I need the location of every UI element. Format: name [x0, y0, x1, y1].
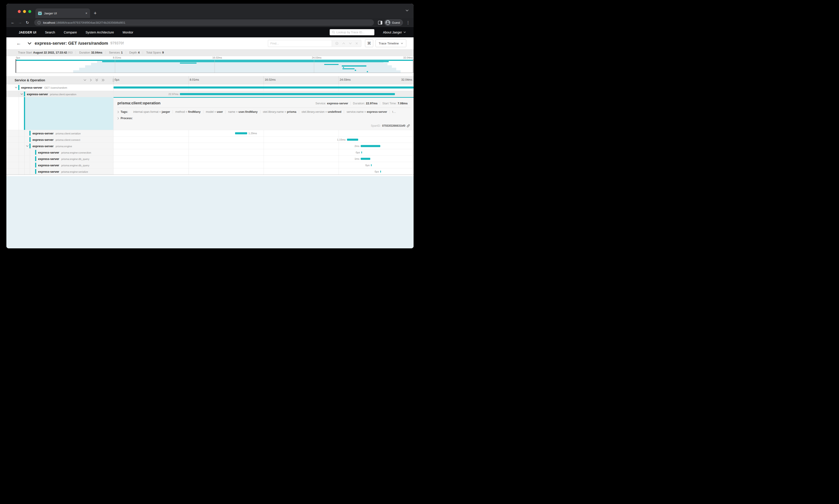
next-result-icon[interactable] [349, 42, 352, 44]
process-row[interactable]: Process: [118, 116, 414, 120]
profile-button[interactable]: Guest [384, 19, 403, 26]
tags-row[interactable]: Tags: internal.span.format = jaegermetho… [118, 110, 414, 113]
column-resizer[interactable] [112, 78, 115, 82]
span-duration-bar[interactable] [361, 158, 370, 160]
minimap-right-scrubber[interactable] [413, 59, 413, 73]
timeline-gridline [189, 143, 189, 149]
browser-tab[interactable]: Jaeger UI × [35, 8, 90, 18]
span-row[interactable]: express-serverprisma:client:operation22.… [6, 91, 414, 97]
expand-one-icon[interactable] [90, 78, 92, 82]
new-tab-button[interactable]: + [94, 10, 97, 16]
tag-item[interactable]: method = findMany [173, 110, 203, 113]
trace-summary-item: Services1 [106, 51, 126, 54]
tag-item[interactable]: internal.span.format = jaeger [130, 110, 173, 113]
minimap-canvas[interactable] [16, 59, 413, 73]
span-row[interactable]: express-serverprisma:engine:serialize0μs [6, 168, 414, 175]
indent-guide [19, 130, 19, 136]
span-duration-bar[interactable] [371, 164, 372, 166]
span-row-name-cell[interactable]: express-serverprisma:engine:db_query [6, 156, 113, 162]
span-bar-cell[interactable]: 0μs [113, 162, 414, 168]
span-duration-bar[interactable] [361, 151, 362, 154]
focus-span-icon[interactable] [335, 42, 338, 45]
browser-window: Jaeger UI × + ← → ↻ localhost:16686/trac… [6, 4, 414, 248]
trace-collapse-chevron-icon[interactable] [28, 42, 32, 44]
deep-link-icon[interactable] [407, 124, 410, 127]
span-row-name-cell[interactable]: express-serverprisma:engine:serialize [6, 168, 113, 175]
prev-result-icon[interactable] [342, 42, 345, 44]
find-input[interactable]: Find... [268, 40, 332, 47]
span-bar-cell[interactable]: 1.29ms [113, 130, 414, 136]
zoom-window-button[interactable] [28, 10, 31, 13]
span-bar-cell[interactable]: 2ms [113, 143, 414, 149]
site-info-icon[interactable] [37, 21, 41, 24]
span-expand-chevron-icon[interactable] [20, 93, 23, 95]
clear-find-icon[interactable] [355, 42, 358, 44]
about-jaeger-menu[interactable]: About Jaeger [383, 31, 406, 34]
axis-tick-label: 8.01ms [190, 78, 199, 82]
reload-button[interactable]: ↻ [24, 20, 30, 25]
span-duration-bar[interactable] [235, 132, 247, 134]
close-window-button[interactable] [18, 10, 21, 13]
span-row[interactable]: express-serverprisma:client:serialize1.2… [6, 130, 414, 136]
span-bar-cell[interactable]: 22.97ms [113, 91, 414, 97]
span-bar-cell[interactable]: 1.15ms [113, 137, 414, 143]
nav-item-monitor[interactable]: Monitor [123, 31, 133, 34]
span-bar-cell[interactable]: 0μs [113, 149, 414, 156]
span-bar-cell[interactable]: 1ms [113, 156, 414, 162]
tab-close-icon[interactable]: × [86, 12, 87, 15]
keyboard-shortcuts-button[interactable]: ⌘ [365, 39, 373, 47]
span-duration-bar[interactable] [180, 93, 395, 95]
tab-overflow-chevron-icon[interactable] [406, 10, 408, 12]
minimize-window-button[interactable] [23, 10, 26, 13]
expand-collapse-controls [84, 78, 105, 82]
nav-item-search[interactable]: Search [45, 31, 55, 34]
span-row[interactable]: express-serverprisma:engine2ms [6, 143, 414, 149]
tag-item[interactable]: name = user.findMany [226, 110, 260, 113]
span-row[interactable]: express-serverGET /users/random [6, 84, 414, 91]
span-duration-bar[interactable] [113, 87, 414, 89]
back-button[interactable]: ← [10, 20, 16, 25]
trace-id-lookup-input[interactable]: Lookup by Trace ID... [330, 29, 374, 35]
address-bar[interactable]: localhost:16686/trace/979370f4f904ae382f… [34, 19, 374, 26]
span-bar-cell[interactable] [113, 84, 414, 91]
meta-label: Duration: [353, 102, 365, 105]
span-row-name-cell[interactable]: express-serverprisma:client:operation [6, 91, 113, 97]
forward-button[interactable]: → [17, 20, 23, 25]
span-row-name-cell[interactable]: express-serverprisma:client:serialize [6, 130, 113, 136]
tag-item[interactable]: otel.library.name = prisma [260, 110, 299, 113]
minimap-left-scrubber[interactable] [16, 59, 16, 73]
find-controls: Find... ⌘ Trace Timeline [268, 39, 406, 47]
collapse-one-icon[interactable] [84, 79, 86, 81]
back-to-search-button[interactable]: ← [16, 40, 21, 46]
tag-item[interactable]: model = user [203, 110, 226, 113]
span-duration-bar[interactable] [347, 139, 358, 141]
expand-all-icon[interactable] [102, 78, 105, 82]
sidebar-toggle-icon[interactable] [378, 21, 382, 24]
span-row[interactable]: express-serverprisma:engine:connection0μ… [6, 149, 414, 156]
span-duration-bar[interactable] [361, 145, 380, 147]
span-row[interactable]: express-serverprisma:engine:db_query1ms [6, 156, 414, 162]
span-row-name-cell[interactable]: express-serverGET /users/random [6, 84, 113, 91]
trace-view-selector[interactable]: Trace Timeline [375, 39, 406, 47]
span-bar-cell[interactable]: 0μs [113, 168, 414, 175]
nav-item-compare[interactable]: Compare [64, 31, 77, 34]
nav-item-system-architecture[interactable]: System Architecture [86, 31, 114, 34]
span-duration-bar[interactable] [380, 170, 381, 173]
span-expand-chevron-icon[interactable] [26, 145, 29, 147]
span-detail-left-gutter [6, 97, 113, 130]
tag-item[interactable]: t… [390, 110, 399, 113]
collapse-all-icon[interactable] [95, 78, 98, 82]
tag-item[interactable]: otel.library.version = undefined [299, 110, 344, 113]
span-expand-chevron-icon[interactable] [15, 87, 17, 88]
browser-menu-icon[interactable]: ⋮ [406, 20, 410, 25]
span-row[interactable]: express-serverprisma:engine:db_query0μs [6, 162, 414, 168]
span-row-name-cell[interactable]: express-serverprisma:client:connect [6, 137, 113, 143]
span-row-name-cell[interactable]: express-serverprisma:engine:connection [6, 149, 113, 156]
jaeger-brand[interactable]: JAEGER UI [19, 31, 36, 34]
trace-minimap: 0μs8.01ms16.02ms24.03ms32.04ms [16, 56, 413, 73]
span-row[interactable]: express-serverprisma:client:connect1.15m… [6, 136, 414, 143]
span-row-name-cell[interactable]: express-serverprisma:engine:db_query [6, 162, 113, 168]
span-color-bar [35, 156, 36, 161]
tag-item[interactable]: service.name = express-server [344, 110, 390, 113]
span-row-name-cell[interactable]: express-serverprisma:engine [6, 143, 113, 149]
